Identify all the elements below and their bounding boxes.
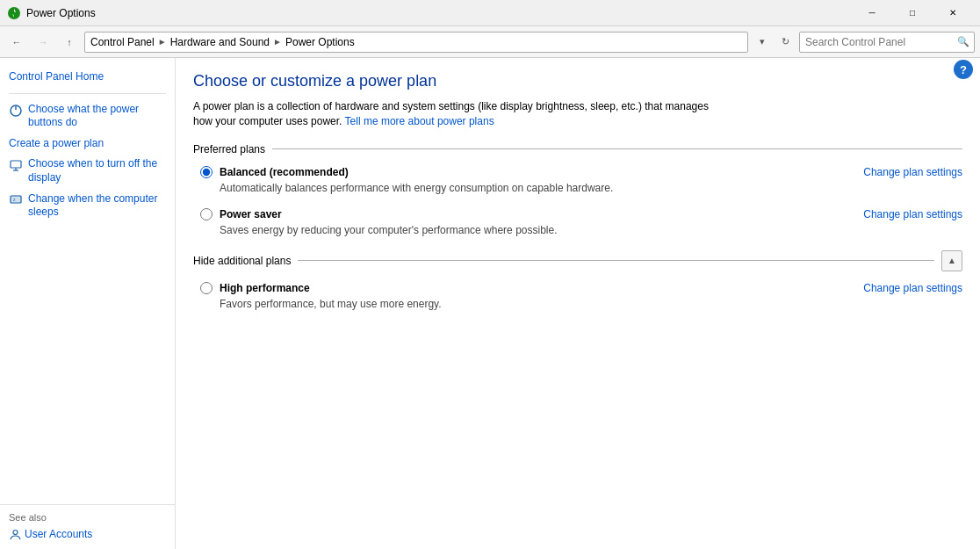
svg-rect-8 — [11, 196, 21, 203]
plan-header-balanced: Balanced (recommended) Change plan setti… — [200, 166, 962, 178]
page-title: Choose or customize a power plan — [193, 72, 962, 90]
plan-item-high-performance: High performance Change plan settings Fa… — [193, 282, 962, 310]
plan-desc-high-performance: Favors performance, but may use more ene… — [200, 298, 962, 310]
preferred-plans-title: Preferred plans — [193, 143, 265, 155]
plan-header-high-performance: High performance Change plan settings — [200, 282, 962, 294]
preferred-plans-line — [272, 148, 962, 149]
plan-radio-balanced[interactable] — [200, 166, 213, 178]
sidebar-item-create-plan[interactable]: Create a power plan — [0, 134, 175, 155]
svg-rect-5 — [11, 161, 21, 168]
address-controls: ▾ ↻ — [752, 32, 796, 53]
plan-item-power-saver: Power saver Change plan settings Saves e… — [193, 208, 962, 236]
sidebar-bottom: See also User Accounts — [0, 504, 175, 549]
plan-name-balanced: Balanced (recommended) — [220, 166, 349, 178]
power-buttons-icon — [9, 104, 23, 118]
window-title: Power Options — [26, 7, 852, 19]
preferred-plans-header: Preferred plans — [193, 143, 962, 155]
plan-label-wrap-high-performance: High performance — [200, 282, 310, 294]
sidebar-item-computer-sleeps[interactable]: z Change when the computer sleeps — [0, 189, 175, 223]
path-segment-hardware[interactable]: Hardware and Sound — [170, 36, 270, 48]
plan-header-power-saver: Power saver Change plan settings — [200, 208, 962, 220]
see-also-label: See also — [9, 512, 166, 523]
plan-label-wrap-power-saver: Power saver — [200, 208, 282, 220]
sidebar-divider-1 — [9, 93, 166, 94]
window-controls: ─ □ ✕ — [852, 0, 973, 26]
back-button[interactable]: ← — [5, 32, 28, 53]
learn-more-link[interactable]: Tell me more about power plans — [345, 115, 494, 127]
sidebar-item-power-buttons[interactable]: Choose what the power buttons do — [0, 99, 175, 134]
additional-plans-toggle[interactable]: ▲ — [941, 250, 962, 271]
forward-button[interactable]: → — [32, 32, 54, 53]
search-icon: 🔍 — [953, 33, 974, 52]
sidebar-item-turn-off-display[interactable]: Choose when to turn off the display — [0, 154, 175, 188]
page-description: A power plan is a collection of hardware… — [193, 99, 720, 129]
search-box[interactable]: 🔍 — [799, 32, 975, 53]
address-bar: ← → ↑ Control Panel ► Hardware and Sound… — [0, 26, 980, 58]
turn-off-display-icon — [9, 158, 23, 172]
sidebar-item-label-home: Control Panel Home — [9, 70, 104, 84]
close-button[interactable]: ✕ — [933, 0, 973, 26]
user-accounts-link-text: User Accounts — [25, 528, 92, 540]
content-area: Choose or customize a power plan A power… — [176, 58, 980, 549]
title-bar: Power Options ─ □ ✕ — [0, 0, 980, 26]
maximize-button[interactable]: □ — [892, 0, 933, 26]
plan-change-link-balanced[interactable]: Change plan settings — [863, 166, 962, 178]
sidebar-item-label-display: Choose when to turn off the display — [28, 157, 166, 184]
plan-change-link-power-saver[interactable]: Change plan settings — [863, 208, 962, 220]
see-also-user-accounts[interactable]: User Accounts — [9, 526, 166, 542]
minimize-button[interactable]: ─ — [852, 0, 892, 26]
help-button[interactable]: ? — [954, 60, 973, 79]
main-layout: ? Control Panel Home Choose what the pow… — [0, 58, 980, 549]
additional-plans-header: Hide additional plans ▲ — [193, 250, 962, 271]
sidebar-item-control-panel-home[interactable]: Control Panel Home — [0, 67, 175, 88]
search-input[interactable] — [800, 36, 953, 48]
sidebar-nav: Control Panel Home Choose what the power… — [0, 58, 175, 504]
plan-name-power-saver: Power saver — [220, 208, 282, 220]
plan-change-link-high-performance[interactable]: Change plan settings — [863, 282, 962, 294]
up-button[interactable]: ↑ — [58, 32, 81, 53]
additional-plans-title: Hide additional plans — [193, 255, 291, 267]
sidebar-item-label-sleeps: Change when the computer sleeps — [28, 192, 166, 220]
path-segment-power-options[interactable]: Power Options — [285, 36, 355, 48]
plan-desc-power-saver: Saves energy by reducing your computer's… — [200, 224, 962, 236]
computer-sleeps-icon: z — [9, 193, 23, 207]
plan-label-wrap-balanced: Balanced (recommended) — [200, 166, 349, 178]
app-icon — [7, 6, 21, 20]
plan-desc-balanced: Automatically balances performance with … — [200, 182, 962, 194]
sidebar-item-label-create-plan: Create a power plan — [9, 137, 104, 151]
sidebar-item-label-power-buttons: Choose what the power buttons do — [28, 103, 166, 130]
plan-item-balanced: Balanced (recommended) Change plan setti… — [193, 166, 962, 194]
sidebar: Control Panel Home Choose what the power… — [0, 58, 176, 549]
user-accounts-icon — [9, 528, 21, 540]
refresh-button[interactable]: ↻ — [775, 32, 796, 53]
address-path: Control Panel ► Hardware and Sound ► Pow… — [84, 32, 748, 53]
dropdown-button[interactable]: ▾ — [752, 32, 773, 53]
svg-point-11 — [13, 530, 18, 534]
path-segment-control-panel[interactable]: Control Panel — [90, 36, 155, 48]
plan-radio-high-performance[interactable] — [200, 282, 213, 294]
plan-name-high-performance: High performance — [220, 282, 310, 294]
plan-radio-power-saver[interactable] — [200, 208, 213, 220]
path-arrow-1: ► — [158, 37, 167, 47]
additional-plans-line — [298, 260, 934, 261]
path-arrow-2: ► — [273, 37, 282, 47]
